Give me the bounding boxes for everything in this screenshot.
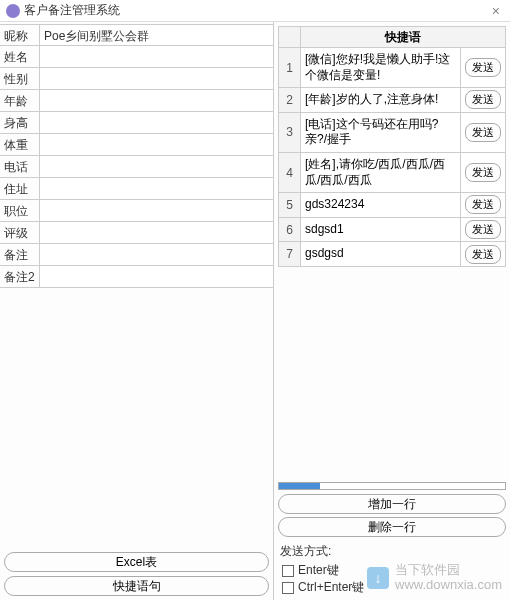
- field-rating[interactable]: [40, 222, 273, 243]
- checkbox-icon[interactable]: [282, 565, 294, 577]
- phrase-header-title: 快捷语: [301, 27, 505, 47]
- add-row-button[interactable]: 增加一行: [278, 494, 506, 514]
- phrase-row[interactable]: 4 [姓名],请你吃/西瓜/西瓜/西瓜/西瓜/西瓜 发送: [279, 153, 505, 193]
- field-weight[interactable]: [40, 134, 273, 155]
- field-height[interactable]: [40, 112, 273, 133]
- send-mode-label-ctrl-enter: Ctrl+Enter键: [298, 579, 364, 596]
- phrase-header-num: [279, 27, 301, 47]
- label-weight: 体重: [0, 134, 40, 155]
- window-title: 客户备注管理系统: [24, 2, 120, 19]
- send-mode-option-enter[interactable]: Enter键: [282, 562, 504, 579]
- field-gender[interactable]: [40, 68, 273, 89]
- content: 昵称 Poe乡间别墅公会群 姓名 性别 年龄 身高 体重: [0, 22, 510, 600]
- form-row-name: 姓名: [0, 46, 273, 68]
- phrase-idx: 2: [279, 88, 301, 112]
- phrase-idx: 3: [279, 113, 301, 152]
- phrase-idx: 6: [279, 218, 301, 242]
- label-nickname: 昵称: [0, 25, 40, 45]
- spacer: [274, 267, 510, 480]
- phrase-row[interactable]: 7 gsdgsd 发送: [279, 242, 505, 267]
- customer-form: 昵称 Poe乡间别墅公会群 姓名 性别 年龄 身高 体重: [0, 22, 273, 548]
- field-phone[interactable]: [40, 156, 273, 177]
- phrase-idx: 1: [279, 48, 301, 87]
- label-remark: 备注: [0, 244, 40, 265]
- checkbox-icon[interactable]: [282, 582, 294, 594]
- field-remark2[interactable]: [40, 266, 273, 287]
- form-row-gender: 性别: [0, 68, 273, 90]
- phrase-row[interactable]: 2 [年龄]岁的人了,注意身体! 发送: [279, 88, 505, 113]
- phrase-row[interactable]: 3 [电话]这个号码还在用吗?亲?/握手 发送: [279, 113, 505, 153]
- field-name[interactable]: [40, 46, 273, 67]
- form-row-weight: 体重: [0, 134, 273, 156]
- send-button[interactable]: 发送: [465, 123, 501, 142]
- send-button[interactable]: 发送: [465, 90, 501, 109]
- form-row-nickname: 昵称 Poe乡间别墅公会群: [0, 24, 273, 46]
- phrase-text[interactable]: [年龄]岁的人了,注意身体!: [301, 88, 461, 112]
- delete-row-button[interactable]: 删除一行: [278, 517, 506, 537]
- progress-bar: [278, 482, 506, 490]
- phrase-header: 快捷语: [278, 26, 506, 48]
- phrase-text[interactable]: [姓名],请你吃/西瓜/西瓜/西瓜/西瓜/西瓜: [301, 153, 461, 192]
- phrase-text[interactable]: [微信]您好!我是懒人助手!这个微信是变量!: [301, 48, 461, 87]
- send-button[interactable]: 发送: [465, 163, 501, 182]
- form-row-age: 年龄: [0, 90, 273, 112]
- left-pane: 昵称 Poe乡间别墅公会群 姓名 性别 年龄 身高 体重: [0, 22, 274, 600]
- field-age[interactable]: [40, 90, 273, 111]
- quick-phrase-button[interactable]: 快捷语句: [4, 576, 269, 596]
- send-button[interactable]: 发送: [465, 245, 501, 264]
- field-position[interactable]: [40, 200, 273, 221]
- label-name: 姓名: [0, 46, 40, 67]
- phrase-row[interactable]: 5 gds324234 发送: [279, 193, 505, 218]
- progress-area: [274, 480, 510, 492]
- label-height: 身高: [0, 112, 40, 133]
- send-button[interactable]: 发送: [465, 220, 501, 239]
- field-nickname[interactable]: Poe乡间别墅公会群: [40, 25, 273, 45]
- form-row-remark2: 备注2: [0, 266, 273, 288]
- phrase-table: 1 [微信]您好!我是懒人助手!这个微信是变量! 发送 2 [年龄]岁的人了,注…: [278, 48, 506, 267]
- app-icon: [6, 4, 20, 18]
- phrase-text[interactable]: sdgsd1: [301, 218, 461, 242]
- send-mode-label-enter: Enter键: [298, 562, 339, 579]
- phrase-idx: 5: [279, 193, 301, 217]
- send-button[interactable]: 发送: [465, 58, 501, 77]
- right-pane: 快捷语 1 [微信]您好!我是懒人助手!这个微信是变量! 发送 2 [年龄]岁的…: [274, 22, 510, 600]
- label-age: 年龄: [0, 90, 40, 111]
- phrase-row[interactable]: 6 sdgsd1 发送: [279, 218, 505, 243]
- field-remark[interactable]: [40, 244, 273, 265]
- titlebar: 客户备注管理系统 ×: [0, 0, 510, 22]
- phrase-text[interactable]: gsdgsd: [301, 242, 461, 266]
- right-buttons: 增加一行 删除一行: [274, 492, 510, 539]
- label-gender: 性别: [0, 68, 40, 89]
- send-mode-title: 发送方式:: [280, 543, 504, 560]
- send-mode-panel: 发送方式: Enter键 Ctrl+Enter键: [274, 539, 510, 600]
- form-row-phone: 电话: [0, 156, 273, 178]
- progress-fill: [279, 483, 320, 489]
- label-remark2: 备注2: [0, 266, 40, 287]
- phrase-idx: 4: [279, 153, 301, 192]
- form-row-address: 住址: [0, 178, 273, 200]
- send-mode-option-ctrl-enter[interactable]: Ctrl+Enter键: [282, 579, 504, 596]
- form-row-position: 职位: [0, 200, 273, 222]
- excel-button[interactable]: Excel表: [4, 552, 269, 572]
- field-address[interactable]: [40, 178, 273, 199]
- phrase-row[interactable]: 1 [微信]您好!我是懒人助手!这个微信是变量! 发送: [279, 48, 505, 88]
- label-rating: 评级: [0, 222, 40, 243]
- phrase-idx: 7: [279, 242, 301, 266]
- label-address: 住址: [0, 178, 40, 199]
- label-position: 职位: [0, 200, 40, 221]
- label-phone: 电话: [0, 156, 40, 177]
- form-row-height: 身高: [0, 112, 273, 134]
- send-button[interactable]: 发送: [465, 195, 501, 214]
- phrase-text[interactable]: gds324234: [301, 193, 461, 217]
- form-row-rating: 评级: [0, 222, 273, 244]
- form-row-remark: 备注: [0, 244, 273, 266]
- phrase-text[interactable]: [电话]这个号码还在用吗?亲?/握手: [301, 113, 461, 152]
- left-buttons: Excel表 快捷语句: [0, 548, 273, 600]
- close-icon[interactable]: ×: [488, 3, 504, 19]
